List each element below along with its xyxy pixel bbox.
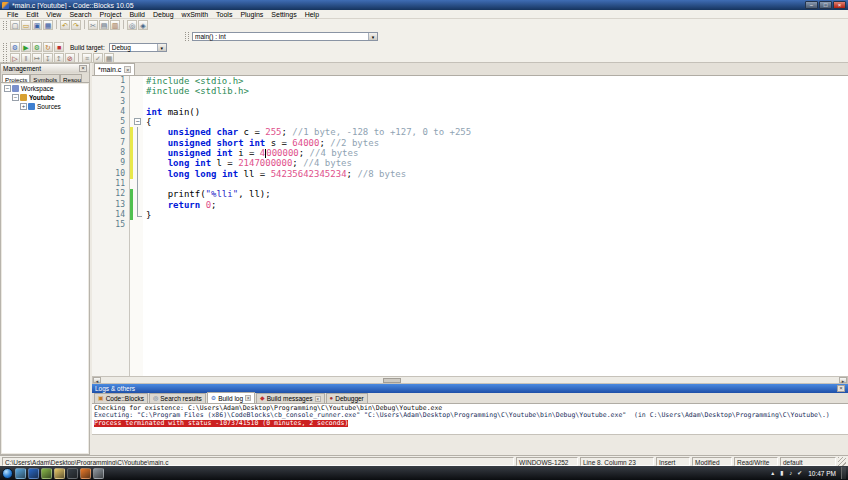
close-icon[interactable]: × [837, 385, 845, 392]
menu-item-project[interactable]: Project [96, 11, 126, 18]
taskbar-app-icon[interactable] [54, 468, 65, 479]
logs-tab-build-log[interactable]: ⚙Build log× [207, 392, 255, 403]
scroll-left-icon[interactable]: ◂ [93, 377, 101, 383]
taskbar-app-icon[interactable] [28, 468, 39, 479]
tray-network-icon[interactable]: ▮ [778, 469, 785, 477]
menu-item-help[interactable]: Help [301, 11, 323, 18]
code-area[interactable]: 1#include <stdio.h>2#include <stdlib.h>3… [92, 76, 848, 376]
build-target-combo[interactable]: Debug ▾ [109, 43, 167, 52]
new-file-icon[interactable]: ▢ [10, 20, 20, 30]
taskbar-app-icon[interactable] [41, 468, 52, 479]
taskbar-app-icon[interactable] [80, 468, 91, 479]
tray-customize-icon[interactable]: ▴ [769, 469, 776, 477]
replace-icon[interactable]: ◈ [138, 20, 148, 30]
line-number[interactable]: 6 [92, 127, 130, 137]
taskbar-app-icon[interactable] [67, 468, 78, 479]
menu-item-file[interactable]: File [3, 11, 22, 18]
code-line[interactable]: 6 unsigned char c = 255; //1 byte, -128 … [92, 127, 848, 137]
build-icon[interactable]: ⚙ [10, 42, 20, 52]
tray-notification-icon[interactable]: ✔ [796, 469, 803, 477]
logs-tab-debugger[interactable]: ●Debugger [326, 393, 368, 403]
code-line[interactable]: 1#include <stdio.h> [92, 76, 848, 86]
line-number[interactable]: 8 [92, 148, 130, 158]
misc-toolbar-icon[interactable]: ▦ [104, 53, 114, 63]
tree-item-sources[interactable]: +Sources [2, 102, 88, 111]
management-tab-symbols[interactable]: Symbols [30, 74, 60, 82]
debug-pause-icon[interactable]: ‖ [21, 53, 31, 63]
save-all-icon[interactable]: ▦ [43, 20, 53, 30]
debug-windows-icon[interactable]: ≡ [82, 53, 92, 63]
symbol-combo[interactable]: main() : int ▾ [192, 32, 378, 41]
logs-tab-search-results[interactable]: ◎Search results [149, 393, 206, 403]
menu-item-plugins[interactable]: Plugins [236, 11, 267, 18]
minimize-button[interactable]: − [805, 1, 818, 9]
code-line[interactable]: 10 long long int ll = 54235642345234; //… [92, 169, 848, 179]
save-icon[interactable]: ▣ [32, 20, 42, 30]
stop-debugger-icon[interactable]: ⊘ [65, 53, 75, 63]
menu-item-debug[interactable]: Debug [149, 11, 178, 18]
info-windows-icon[interactable]: ✓ [93, 53, 103, 63]
taskbar-app-icon[interactable] [15, 468, 26, 479]
code-line[interactable]: 9 long int l = 2147000000; //4 bytes [92, 158, 848, 168]
chevron-down-icon[interactable]: ▾ [368, 33, 377, 40]
line-number[interactable]: 4 [92, 107, 130, 117]
cut-icon[interactable]: ✂ [88, 20, 98, 30]
menu-item-wxsmith[interactable]: wxSmith [178, 11, 212, 18]
taskbar-app-icon[interactable] [93, 468, 104, 479]
menu-item-view[interactable]: View [42, 11, 65, 18]
redo-icon[interactable]: ↷ [71, 20, 81, 30]
expander-icon[interactable]: − [12, 94, 19, 101]
close-icon[interactable]: × [124, 66, 131, 73]
maximize-button[interactable]: □ [819, 1, 832, 9]
code-line[interactable]: 4int main() [92, 107, 848, 117]
toolbar-grip[interactable] [3, 21, 7, 30]
menu-item-tools[interactable]: Tools [212, 11, 236, 18]
open-file-icon[interactable]: ▭ [21, 20, 31, 30]
logs-tab-build-messages[interactable]: ◆Build messages× [256, 393, 325, 403]
window-titlebar[interactable]: *main.c [Youtube] - Code::Blocks 10.05 −… [0, 0, 848, 10]
code-line[interactable]: 2#include <stdlib.h> [92, 86, 848, 96]
scrollbar-thumb[interactable] [383, 378, 401, 383]
step-over-icon[interactable]: ↦ [32, 53, 42, 63]
find-icon[interactable]: ◎ [127, 20, 137, 30]
code-line[interactable]: 14} [92, 210, 848, 220]
resize-grip[interactable] [838, 457, 846, 466]
step-out-icon[interactable]: ↥ [54, 53, 64, 63]
line-number[interactable]: 3 [92, 97, 130, 107]
expander-icon[interactable]: + [20, 103, 27, 110]
line-number[interactable]: 7 [92, 138, 130, 148]
show-desktop-button[interactable] [841, 467, 846, 479]
rebuild-icon[interactable]: ↻ [43, 42, 53, 52]
editor-tab-main-c[interactable]: *main.c × [94, 63, 135, 75]
close-button[interactable]: × [833, 1, 846, 9]
toolbar-grip[interactable] [3, 54, 7, 63]
run-icon[interactable]: ▶ [21, 42, 31, 52]
line-number[interactable]: 15 [92, 220, 130, 230]
line-number[interactable]: 13 [92, 200, 130, 210]
management-tab-projects[interactable]: Projects [2, 74, 30, 82]
code-line[interactable]: 5−{ [92, 117, 848, 127]
scroll-right-icon[interactable]: ▸ [839, 377, 847, 383]
chevron-down-icon[interactable]: ▾ [157, 44, 166, 51]
code-line[interactable]: 8 unsigned int i = 4000000; //4 bytes [92, 148, 848, 158]
line-number[interactable]: 11 [92, 179, 130, 189]
debug-run-icon[interactable]: ▷ [10, 53, 20, 63]
expander-icon[interactable]: − [4, 85, 11, 92]
line-number[interactable]: 14 [92, 210, 130, 220]
code-line[interactable]: 15 [92, 220, 848, 230]
close-icon[interactable]: × [79, 65, 87, 72]
menu-item-settings[interactable]: Settings [267, 11, 300, 18]
taskbar-clock[interactable]: 10:47 PM [805, 470, 839, 477]
code-line[interactable]: 7 unsigned short int s = 64000; //2 byte… [92, 138, 848, 148]
start-button[interactable] [2, 468, 13, 479]
line-number[interactable]: 5 [92, 117, 130, 127]
line-number[interactable]: 2 [92, 86, 130, 96]
code-line[interactable]: 11 [92, 179, 848, 189]
toolbar-grip[interactable] [3, 43, 7, 52]
undo-icon[interactable]: ↶ [60, 20, 70, 30]
logs-header[interactable]: Logs & others × [92, 384, 848, 393]
code-line[interactable]: 3 [92, 97, 848, 107]
collapse-icon[interactable]: − [134, 118, 141, 125]
line-number[interactable]: 12 [92, 189, 130, 199]
line-number[interactable]: 10 [92, 169, 130, 179]
